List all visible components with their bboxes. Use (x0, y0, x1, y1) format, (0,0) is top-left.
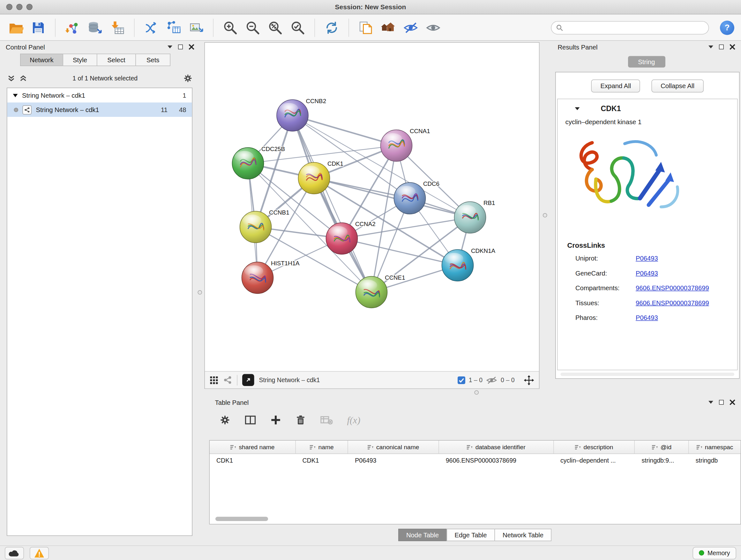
control-panel-tabs: Network Style Select Sets (21, 54, 171, 66)
network-from-selection-button[interactable] (142, 17, 160, 38)
network-node[interactable]: RB1 (455, 199, 495, 233)
crosslink-link[interactable]: 9606.ENSP00000378699 (636, 281, 709, 296)
tab-style[interactable]: Style (63, 54, 97, 66)
network-node[interactable]: HIST1H1A (242, 260, 300, 294)
crosslink-link[interactable]: P06493 (636, 266, 658, 281)
tab-edge-table[interactable]: Edge Table (447, 529, 495, 541)
show-columns-icon[interactable] (245, 415, 256, 425)
network-edge[interactable] (293, 116, 372, 293)
network-node[interactable]: CCNB2 (277, 98, 326, 132)
zoom-selected-button[interactable] (289, 17, 307, 38)
help-button[interactable]: ? (720, 20, 734, 35)
network-node[interactable]: CCNE1 (356, 274, 405, 308)
crosslink-link[interactable]: 9606.ENSP00000378699 (636, 296, 709, 311)
network-collection-row[interactable]: String Network – cdk1 1 (7, 88, 192, 103)
network-node[interactable]: CDC6 (394, 180, 440, 214)
vertical-splitter-handle[interactable] (198, 290, 202, 295)
crosslink-link[interactable]: P06493 (636, 251, 658, 266)
open-session-button[interactable] (7, 17, 25, 38)
network-share-icon[interactable] (223, 375, 232, 385)
expand-caret-icon[interactable] (13, 94, 18, 97)
network-row-selected[interactable]: String Network – cdk1 11 48 (7, 103, 192, 117)
network-node[interactable]: CCNA2 (326, 221, 376, 254)
crosslink-link[interactable]: P06493 (636, 310, 658, 325)
memory-status-button[interactable]: Memory (693, 547, 736, 559)
save-session-button[interactable] (29, 17, 48, 38)
tab-node-table[interactable]: Node Table (398, 529, 447, 541)
import-network-database-button[interactable] (86, 17, 104, 38)
grid-view-icon[interactable] (210, 376, 218, 384)
zoom-in-button[interactable] (221, 17, 239, 38)
close-window-button[interactable] (6, 4, 13, 10)
horizontal-splitter-handle[interactable] (475, 390, 479, 395)
expand-all-button[interactable]: Expand All (591, 79, 640, 92)
export-image-button[interactable] (187, 17, 205, 38)
import-network-file-button[interactable] (63, 17, 81, 38)
close-panel-icon[interactable] (730, 44, 735, 50)
show-all-button[interactable] (424, 17, 442, 38)
network-edge[interactable] (314, 178, 470, 217)
tab-network[interactable]: Network (20, 54, 63, 66)
eye-slash-icon (403, 21, 418, 34)
network-node[interactable]: CDK1 (298, 160, 344, 194)
toolbar-separator (55, 18, 56, 37)
hidden-edges-eye-slash-icon[interactable] (486, 376, 497, 384)
vertical-splitter-handle[interactable] (543, 213, 547, 218)
float-panel-icon[interactable] (178, 45, 183, 50)
collapse-all-chevrons-icon[interactable] (8, 74, 15, 82)
tab-sets[interactable]: Sets (136, 54, 171, 66)
table-row[interactable]: CDK1 CDK1 P06493 9606.ENSP00000378699 cy… (210, 454, 741, 467)
delete-column-trash-icon[interactable] (295, 415, 306, 425)
hide-selected-button[interactable] (402, 17, 420, 38)
table-settings-gear-icon[interactable] (220, 415, 230, 425)
search-field[interactable] (551, 21, 709, 34)
network-node[interactable]: CCNA1 (381, 128, 430, 161)
maximize-window-button[interactable] (26, 4, 33, 10)
close-panel-icon[interactable] (189, 44, 194, 50)
zoom-fit-button[interactable] (266, 17, 284, 38)
panel-menu-caret-icon[interactable] (709, 46, 713, 49)
network-node[interactable]: CCNB1 (240, 209, 289, 243)
float-panel-icon[interactable] (719, 45, 724, 50)
home-networks-button[interactable] (379, 17, 397, 38)
panel-menu-caret-icon[interactable] (167, 46, 172, 49)
column-header-namespace[interactable]: namespac (689, 441, 741, 454)
column-header-database-identifier[interactable]: database identifier (439, 441, 554, 454)
column-header-id[interactable]: @id (635, 441, 689, 454)
selected-nodes-checkbox-icon[interactable] (458, 376, 465, 384)
network-edge[interactable] (342, 239, 458, 265)
search-input[interactable] (566, 23, 704, 32)
zoom-out-button[interactable] (244, 17, 262, 38)
network-canvas[interactable]: CCNB2CCNA1CDC25BCDK1CDC6RB1CCNB1CCNA2CDK… (205, 43, 539, 371)
column-header-description[interactable]: description (554, 441, 635, 454)
column-header-canonical-name[interactable]: canonical name (348, 441, 439, 454)
close-panel-icon[interactable] (730, 399, 735, 405)
add-column-icon[interactable] (271, 415, 281, 425)
minimize-window-button[interactable] (16, 4, 23, 10)
warnings-button[interactable] (30, 547, 49, 559)
network-node[interactable]: CDKN1A (442, 247, 495, 281)
import-table-button[interactable] (108, 17, 126, 38)
birds-eye-view-button[interactable] (242, 374, 254, 386)
float-panel-icon[interactable] (719, 400, 724, 405)
network-and-table-button[interactable] (165, 17, 183, 38)
cloud-status-button[interactable] (5, 547, 24, 559)
panel-menu-caret-icon[interactable] (709, 401, 713, 404)
collapse-section-caret-icon[interactable] (575, 107, 580, 110)
refresh-view-button[interactable] (323, 17, 341, 38)
edge-count: 48 (172, 106, 186, 113)
horizontal-scrollbar[interactable] (561, 373, 735, 376)
copy-document-button[interactable] (357, 17, 375, 38)
gear-icon[interactable] (184, 73, 193, 83)
column-header-name[interactable]: name (296, 441, 348, 454)
string-results-tab[interactable]: String (628, 56, 665, 68)
tab-select[interactable]: Select (97, 54, 136, 66)
gene-section-header[interactable]: CDK1 (558, 99, 738, 118)
collapse-all-button[interactable]: Collapse All (652, 79, 704, 92)
column-header-shared-name[interactable]: shared name (210, 441, 296, 454)
pan-crosshair-icon[interactable] (524, 375, 534, 385)
network-edge[interactable] (293, 116, 397, 146)
horizontal-scrollbar-thumb[interactable] (215, 517, 268, 521)
expand-all-chevrons-icon[interactable] (20, 74, 27, 82)
tab-network-table[interactable]: Network Table (495, 529, 552, 541)
